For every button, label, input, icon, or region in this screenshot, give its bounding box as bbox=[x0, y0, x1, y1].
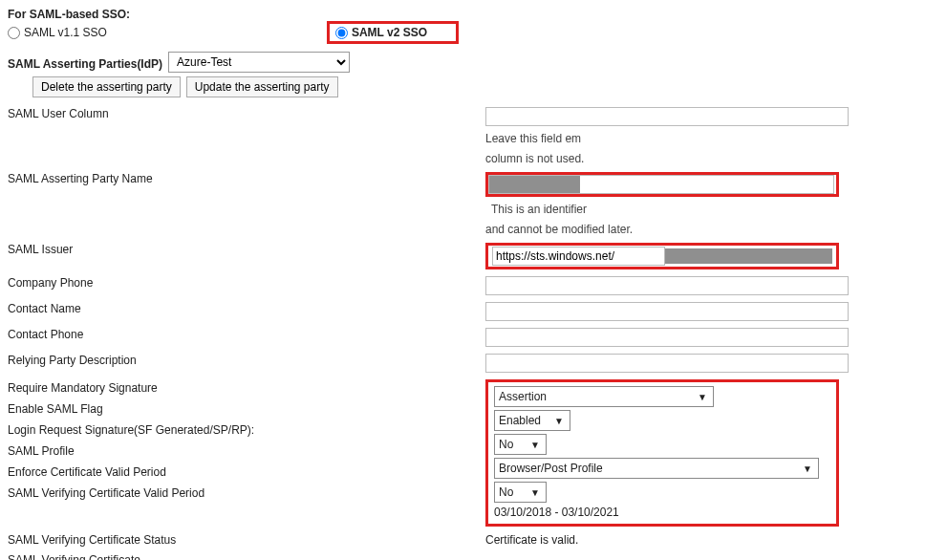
asserting-party-select[interactable]: Azure-Test bbox=[168, 52, 350, 73]
cert-valid-period-label: SAML Verifying Certificate Valid Period bbox=[8, 485, 485, 502]
redacted-block bbox=[489, 176, 580, 193]
saml-v1-radio[interactable]: SAML v1.1 SSO bbox=[8, 21, 107, 44]
cert-status-value: Certificate is valid. bbox=[485, 533, 578, 547]
login-request-signature-select[interactable]: No ▼ bbox=[494, 434, 547, 455]
contact-name-input[interactable] bbox=[485, 302, 849, 321]
require-signature-label: Require Mandatory Signature bbox=[8, 379, 485, 400]
enable-saml-flag-value: Enabled bbox=[499, 414, 541, 427]
saml-profile-value: Browser/Post Profile bbox=[499, 462, 603, 475]
require-signature-select[interactable]: Assertion ▼ bbox=[494, 386, 714, 407]
saml-v2-label: SAML v2 SSO bbox=[352, 26, 427, 39]
cert-valid-period-value: 03/10/2018 - 03/10/2021 bbox=[494, 506, 619, 519]
settings-highlight-block: Assertion ▼ Enabled ▼ No ▼ Browser/Post … bbox=[485, 379, 839, 527]
login-request-signature-label: Login Request Signature(SF Generated/SP/… bbox=[8, 421, 485, 442]
relying-party-desc-label: Relying Party Description bbox=[8, 352, 485, 369]
chevron-down-icon: ▼ bbox=[698, 392, 707, 402]
saml-profile-label: SAML Profile bbox=[8, 442, 485, 463]
asserting-party-name-help-below: and cannot be modified later. bbox=[485, 223, 633, 236]
saml-issuer-input[interactable] bbox=[492, 247, 665, 266]
saml-v1-label: SAML v1.1 SSO bbox=[24, 26, 107, 39]
chevron-down-icon: ▼ bbox=[530, 487, 540, 498]
contact-phone-input[interactable] bbox=[485, 328, 849, 347]
saml-v2-highlight: SAML v2 SSO bbox=[327, 21, 459, 44]
contact-name-label: Contact Name bbox=[8, 300, 485, 317]
chevron-down-icon: ▼ bbox=[554, 416, 564, 426]
asserting-party-name-highlight bbox=[485, 172, 839, 197]
company-phone-label: Company Phone bbox=[8, 274, 485, 291]
asserting-parties-label: SAML Asserting Parties(IdP) bbox=[8, 57, 162, 71]
asserting-party-name-input[interactable] bbox=[488, 175, 834, 194]
saml-v1-radio-input[interactable] bbox=[8, 27, 20, 39]
section-title: For SAML-based SSO: bbox=[8, 8, 917, 21]
chevron-down-icon: ▼ bbox=[530, 440, 540, 450]
enforce-cert-period-label: Enforce Certificate Valid Period bbox=[8, 463, 485, 485]
enforce-cert-period-select[interactable]: No ▼ bbox=[494, 482, 547, 503]
cert-status-label: SAML Verifying Certificate Status bbox=[8, 531, 485, 549]
require-signature-value: Assertion bbox=[499, 390, 547, 403]
redacted-block bbox=[665, 248, 832, 264]
update-asserting-party-button[interactable]: Update the asserting party bbox=[186, 76, 338, 97]
login-request-signature-value: No bbox=[499, 438, 513, 451]
delete-asserting-party-button[interactable]: Delete the asserting party bbox=[32, 76, 181, 97]
enable-saml-flag-select[interactable]: Enabled ▼ bbox=[494, 410, 570, 431]
saml-profile-select[interactable]: Browser/Post Profile ▼ bbox=[494, 458, 819, 479]
saml-user-column-label: SAML User Column bbox=[8, 105, 485, 122]
enable-saml-flag-label: Enable SAML Flag bbox=[8, 400, 485, 421]
saml-v2-radio[interactable]: SAML v2 SSO bbox=[335, 26, 427, 39]
saml-issuer-highlight bbox=[485, 243, 839, 269]
saml-v2-radio-input[interactable] bbox=[335, 27, 348, 39]
enforce-cert-period-value: No bbox=[499, 485, 513, 499]
company-phone-input[interactable] bbox=[485, 276, 849, 295]
saml-issuer-label: SAML Issuer bbox=[8, 241, 485, 258]
chevron-down-icon: ▼ bbox=[803, 463, 812, 474]
verifying-cert-label: SAML Verifying Certificate bbox=[8, 551, 485, 560]
asserting-party-name-help-right: This is an identifier bbox=[491, 203, 587, 216]
asserting-party-name-label: SAML Asserting Party Name bbox=[8, 170, 485, 187]
contact-phone-label: Contact Phone bbox=[8, 326, 485, 343]
saml-user-column-help-right: Leave this field em bbox=[485, 132, 581, 145]
saml-user-column-input[interactable] bbox=[485, 107, 849, 126]
saml-user-column-help-below: column is not used. bbox=[485, 152, 584, 165]
relying-party-desc-input[interactable] bbox=[485, 354, 849, 373]
